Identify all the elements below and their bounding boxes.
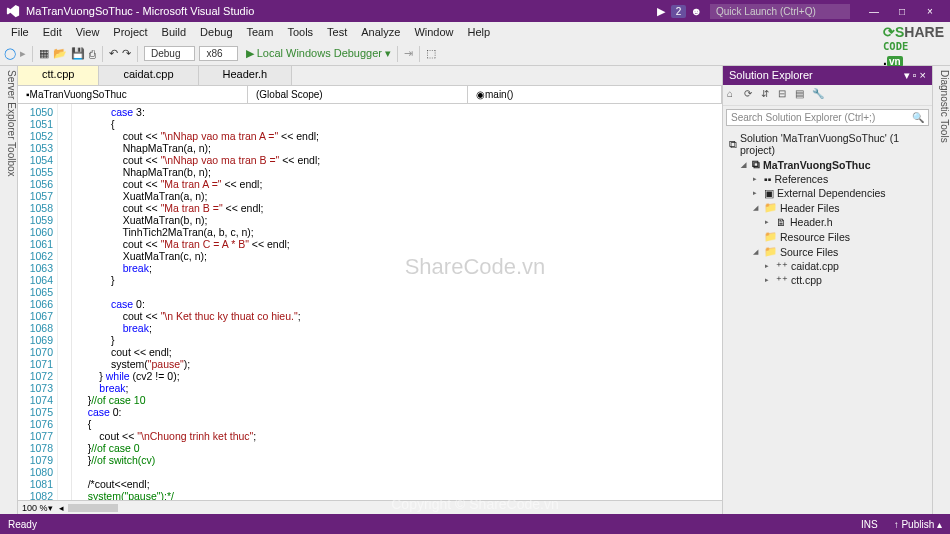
properties-icon[interactable]: 🔧: [812, 88, 826, 102]
breadcrumb-namespace[interactable]: (Global Scope): [248, 86, 468, 103]
status-publish[interactable]: ↑ Publish ▴: [894, 519, 942, 530]
editor-hscroll[interactable]: 100 % ▾ ◂: [18, 500, 722, 514]
resource-files-node[interactable]: 📁 Resource Files: [723, 229, 932, 244]
header-h-node[interactable]: ▸🗎 Header.h: [723, 215, 932, 229]
menu-tools[interactable]: Tools: [280, 26, 320, 38]
notification-flag-icon[interactable]: ▶: [657, 5, 665, 18]
feedback-icon[interactable]: ☻: [690, 5, 702, 17]
solexp-search[interactable]: Search Solution Explorer (Ctrl+;)🔍: [726, 109, 929, 126]
external-deps-node[interactable]: ▸▣ External Dependencies: [723, 186, 932, 200]
start-debug-button[interactable]: ▶ Local Windows Debugger ▾: [246, 47, 391, 60]
ctt-cpp-node[interactable]: ▸⁺⁺ ctt.cpp: [723, 273, 932, 287]
status-ins: INS: [861, 519, 878, 530]
right-sidebar-tabs[interactable]: Diagnostic Tools: [932, 66, 950, 514]
solexp-header: Solution Explorer ▾ ▫ ×: [723, 66, 932, 85]
titlebar: MaTranVuongSoThuc - Microsoft Visual Stu…: [0, 0, 950, 22]
show-all-icon[interactable]: ▤: [795, 88, 809, 102]
home-icon[interactable]: ⌂: [727, 88, 741, 102]
code-body[interactable]: case 3: { cout << "\nNhap vao ma tran A …: [72, 104, 722, 500]
zoom-level[interactable]: 100 %: [22, 503, 48, 513]
solution-node[interactable]: ⧉ Solution 'MaTranVuongSoThuc' (1 projec…: [723, 131, 932, 157]
menu-team[interactable]: Team: [240, 26, 281, 38]
project-node[interactable]: ◢⧉ MaTranVuongSoThuc: [723, 157, 932, 172]
collapse-icon[interactable]: ⊟: [778, 88, 792, 102]
menu-debug[interactable]: Debug: [193, 26, 239, 38]
solution-tree[interactable]: ⧉ Solution 'MaTranVuongSoThuc' (1 projec…: [723, 129, 932, 289]
tab-ctt-cpp[interactable]: ctt.cpp: [18, 66, 99, 85]
maximize-button[interactable]: □: [888, 6, 916, 17]
solution-explorer: Solution Explorer ▾ ▫ × ⌂ ⟳ ⇵ ⊟ ▤ 🔧 Sear…: [722, 66, 932, 514]
editor-tabs: ctt.cppcaidat.cppHeader.h: [18, 66, 722, 86]
menu-edit[interactable]: Edit: [36, 26, 69, 38]
menu-view[interactable]: View: [69, 26, 107, 38]
step-icon[interactable]: ⇥: [404, 47, 413, 60]
redo-icon[interactable]: ↷: [122, 47, 131, 60]
caidat-cpp-node[interactable]: ▸⁺⁺ caidat.cpp: [723, 259, 932, 273]
toolbar: ◯ ▸ ▦ 📂 💾 ⎙ ↶ ↷ Debug x86 ▶ Local Window…: [0, 42, 950, 66]
tab-caidat-cpp[interactable]: caidat.cpp: [99, 66, 198, 85]
menu-window[interactable]: Window: [407, 26, 460, 38]
breadcrumb-scope[interactable]: ▪ MaTranVuongSoThuc: [18, 86, 248, 103]
new-file-icon[interactable]: ▦: [39, 47, 49, 60]
solexp-title: Solution Explorer: [729, 69, 813, 82]
menu-project[interactable]: Project: [106, 26, 154, 38]
header-files-node[interactable]: ◢📁 Header Files: [723, 200, 932, 215]
left-sidebar-tabs[interactable]: Server Explorer Toolbox: [0, 66, 18, 514]
sync-icon[interactable]: ⇵: [761, 88, 775, 102]
menu-help[interactable]: Help: [461, 26, 498, 38]
window-title: MaTranVuongSoThuc - Microsoft Visual Stu…: [26, 5, 254, 17]
save-icon[interactable]: 💾: [71, 47, 85, 60]
editor-area: ctt.cppcaidat.cppHeader.h ▪ MaTranVuongS…: [18, 66, 722, 514]
notification-badge[interactable]: 2: [671, 5, 687, 18]
menu-file[interactable]: File: [4, 26, 36, 38]
save-all-icon[interactable]: ⎙: [89, 48, 96, 60]
menu-test[interactable]: Test: [320, 26, 354, 38]
quick-launch-input[interactable]: Quick Launch (Ctrl+Q): [710, 4, 850, 19]
references-node[interactable]: ▸▪▪ References: [723, 172, 932, 186]
statusbar: Ready INS ↑ Publish ▴: [0, 514, 950, 534]
toolbox-icon[interactable]: ⬚: [426, 47, 436, 60]
refresh-icon[interactable]: ⟳: [744, 88, 758, 102]
outline-margin: [58, 104, 72, 500]
config-combo[interactable]: Debug: [144, 46, 195, 61]
status-ready: Ready: [8, 519, 37, 530]
solexp-window-buttons[interactable]: ▾ ▫ ×: [904, 69, 926, 82]
platform-combo[interactable]: x86: [199, 46, 237, 61]
line-gutter: 1050105110521053105410551056105710581059…: [18, 104, 58, 500]
code-editor[interactable]: 1050105110521053105410551056105710581059…: [18, 104, 722, 500]
breadcrumb-function[interactable]: ◉ main(): [468, 86, 722, 103]
vs-logo-icon: [6, 4, 20, 18]
nav-back-icon[interactable]: ◯: [4, 47, 16, 60]
menubar: FileEditViewProjectBuildDebugTeamToolsTe…: [0, 22, 950, 42]
solexp-toolbar: ⌂ ⟳ ⇵ ⊟ ▤ 🔧: [723, 85, 932, 106]
close-button[interactable]: ×: [916, 6, 944, 17]
sharecode-logo: ⟳SHARECODE.vn: [883, 24, 944, 68]
breadcrumb: ▪ MaTranVuongSoThuc (Global Scope) ◉ mai…: [18, 86, 722, 104]
source-files-node[interactable]: ◢📁 Source Files: [723, 244, 932, 259]
minimize-button[interactable]: —: [860, 6, 888, 17]
undo-icon[interactable]: ↶: [109, 47, 118, 60]
tab-Header-h[interactable]: Header.h: [199, 66, 293, 85]
nav-fwd-icon[interactable]: ▸: [20, 47, 26, 60]
menu-analyze[interactable]: Analyze: [354, 26, 407, 38]
menu-build[interactable]: Build: [155, 26, 193, 38]
open-file-icon[interactable]: 📂: [53, 47, 67, 60]
